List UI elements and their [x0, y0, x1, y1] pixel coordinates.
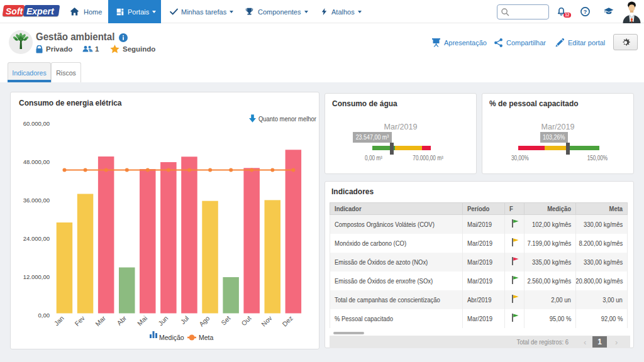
- svg-text:Ago: Ago: [197, 314, 211, 328]
- svg-text:48.000,00: 48.000,00: [23, 158, 50, 165]
- svg-text:Fev: Fev: [73, 314, 86, 327]
- svg-text:Medição: Medição: [159, 334, 184, 341]
- svg-text:Jan: Jan: [52, 314, 65, 327]
- svg-text:0,00: 0,00: [38, 312, 50, 319]
- svg-text:24.000,00: 24.000,00: [23, 235, 50, 242]
- svg-text:Mai: Mai: [136, 314, 148, 327]
- svg-text:Jun: Jun: [157, 314, 170, 327]
- svg-text:Dez: Dez: [280, 314, 294, 328]
- svg-text:?: ?: [584, 9, 587, 15]
- svg-text:Jul: Jul: [179, 314, 190, 326]
- svg-text:Meta: Meta: [199, 334, 214, 341]
- svg-text:Out: Out: [240, 314, 253, 327]
- svg-text:Abr: Abr: [115, 314, 128, 327]
- svg-text:Nov: Nov: [260, 314, 274, 327]
- svg-text:60.000,00: 60.000,00: [23, 120, 50, 127]
- svg-text:12.000,00: 12.000,00: [23, 273, 50, 280]
- svg-text:Set: Set: [219, 314, 232, 327]
- svg-text:Mar: Mar: [94, 314, 108, 328]
- svg-text:36.000,00: 36.000,00: [23, 197, 50, 204]
